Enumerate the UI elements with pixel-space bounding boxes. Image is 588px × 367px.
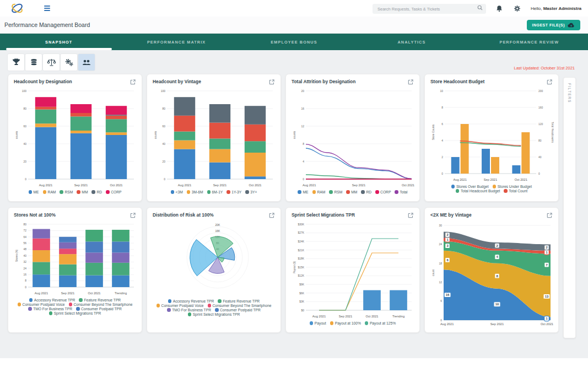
legend-item[interactable]: <3M <box>171 190 183 194</box>
trophy-icon[interactable] <box>8 54 24 71</box>
expand-icon[interactable] <box>268 212 275 219</box>
legend-item[interactable]: CORP <box>375 190 391 194</box>
menu-icon[interactable] <box>44 6 50 11</box>
svg-text:Oct 2021: Oct 2021 <box>541 322 553 326</box>
legend-label: Total <box>400 190 407 194</box>
legend-item[interactable]: Feature Revenue TPR <box>79 298 121 302</box>
legend-item[interactable]: Consumer Postpaid Voice <box>18 303 65 306</box>
legend-item[interactable]: Consumer Postpaid TPR <box>215 308 261 312</box>
chart-legend: <3M3M-6M6M-1Y1Y-3Y3Y+ <box>153 190 275 194</box>
legend-item[interactable]: RAM <box>312 190 326 194</box>
legend-label: ME <box>303 190 308 194</box>
legend-item[interactable]: Consumer Postpaid TPR <box>76 307 122 311</box>
svg-text:16: 16 <box>24 273 27 276</box>
expand-icon[interactable] <box>407 212 414 219</box>
legend-dot <box>79 298 83 302</box>
legend-item[interactable]: ME <box>29 190 39 194</box>
expand-icon[interactable] <box>130 212 136 219</box>
chart-legend: Accessory Revenue TPRFeature Revenue TPR… <box>153 299 275 316</box>
legend-label: 3Y+ <box>250 190 257 194</box>
cloud-upload-icon <box>568 23 575 28</box>
legend-item[interactable]: Stores Over Budget <box>451 185 489 188</box>
legend-dot <box>215 308 219 312</box>
legend-item[interactable]: Total Count <box>504 189 527 193</box>
svg-text:12: 12 <box>301 125 305 128</box>
tab-performance-review[interactable]: PERFORMANCE REVIEW <box>471 34 588 50</box>
chart-card-attrition: Total Attrition by Designation 048121620… <box>285 74 420 202</box>
svg-text:Sep 2021: Sep 2021 <box>61 292 74 295</box>
tab-snapshot[interactable]: SNAPSHOT <box>0 34 117 50</box>
legend-item[interactable]: 1Y-3Y <box>226 190 241 194</box>
svg-text:0: 0 <box>440 319 442 322</box>
legend-item[interactable]: Payout at 100% <box>330 321 361 325</box>
legend-item[interactable]: Sprint Select Migrations TPR <box>188 312 240 316</box>
legend-label: Sprint Select Migrations TPR <box>193 312 240 316</box>
legend-item[interactable]: Consumer Postpaid Voice <box>157 304 204 307</box>
legend-item[interactable]: 3M-6M <box>187 190 203 194</box>
expand-icon[interactable] <box>546 79 553 85</box>
expand-icon[interactable] <box>130 79 136 85</box>
page-title: Performance Management Board <box>4 21 90 28</box>
legend-item[interactable]: Consumer Beyond The Smartphone <box>69 303 133 306</box>
legend-item[interactable]: TMO For Business TPR <box>167 308 211 312</box>
legend-item[interactable]: CORP <box>106 190 121 194</box>
legend-item[interactable]: RAM <box>43 190 56 194</box>
svg-text:10: 10 <box>495 303 499 306</box>
legend-dot <box>298 190 301 194</box>
svg-text:Total Headcounts: Total Headcounts <box>551 122 554 143</box>
scale-icon[interactable] <box>43 54 60 71</box>
legend-item[interactable]: 6M-1Y <box>207 190 223 194</box>
people-icon[interactable] <box>78 54 95 71</box>
filters-side-tab[interactable]: FILTERS <box>563 77 576 338</box>
expand-icon[interactable] <box>407 79 414 85</box>
legend-item[interactable]: Sprint Select Migrations TPR <box>49 311 101 315</box>
legend-item[interactable]: RSM <box>329 190 342 194</box>
legend-item[interactable]: Consumer Beyond The Smartphone <box>208 304 272 307</box>
legend-item[interactable]: Stores Under Budget <box>493 185 532 188</box>
svg-text:Stores (N): Stores (N) <box>15 249 18 262</box>
expand-icon[interactable] <box>268 79 275 85</box>
legend-item[interactable]: RD <box>361 190 371 194</box>
expand-icon[interactable] <box>546 212 553 219</box>
legend-item[interactable]: Total Headcount Budget <box>456 189 500 193</box>
svg-text:8: 8 <box>25 279 26 282</box>
settings-gear-icon[interactable] <box>513 4 522 13</box>
legend-label: Payout at 100% <box>335 321 361 325</box>
gears-icon[interactable] <box>61 54 77 71</box>
legend-label: Consumer Postpaid Voice <box>23 303 65 306</box>
legend-dot <box>312 190 316 194</box>
legend-item[interactable]: Payout <box>310 321 326 325</box>
legend-item[interactable]: RSM <box>60 190 73 194</box>
legend-item[interactable]: ME <box>298 190 308 194</box>
legend-item[interactable]: Payout at 125% <box>365 321 396 325</box>
svg-text:Sep 2021: Sep 2021 <box>213 184 226 187</box>
legend-item[interactable]: Accessory Revenue TPR <box>168 299 214 303</box>
ingest-files-button[interactable]: INGEST FILE(S) <box>527 20 581 30</box>
svg-text:20K: 20K <box>215 223 221 226</box>
legend-item[interactable]: 3Y+ <box>245 190 257 194</box>
legend-dot <box>157 304 160 307</box>
svg-text:0: 0 <box>25 286 26 289</box>
legend-item[interactable]: MM <box>346 190 357 194</box>
tab-employee-bonus[interactable]: EMPLOYEE BONUS <box>235 34 353 50</box>
line-chart: 048121620countsAug 2021Sep 2021Oct 2021 <box>292 87 415 190</box>
coins-icon[interactable] <box>25 54 42 71</box>
legend-item[interactable]: Total <box>395 190 407 194</box>
search-input[interactable] <box>373 4 486 14</box>
chart-card-risk-distribution: Distribution of Risk at 100% 20K16K12K8K… <box>147 207 281 333</box>
tab-performance-matrix[interactable]: PERFORMANCE MATRIX <box>117 34 235 50</box>
notifications-bell-icon[interactable] <box>495 4 504 13</box>
legend-item[interactable]: RD <box>91 190 102 194</box>
legend-item[interactable]: Feature Revenue TPR <box>218 299 260 303</box>
legend-item[interactable]: Accessory Revenue TPR <box>29 298 75 302</box>
chart-title: Total Attrition by Designation <box>292 79 355 84</box>
legend-label: RSM <box>334 190 342 194</box>
view-toolbar <box>8 54 95 71</box>
legend-label: CORP <box>380 190 391 194</box>
search-box <box>373 3 486 14</box>
legend-label: <3M <box>176 190 183 194</box>
tab-analytics[interactable]: ANALYTICS <box>353 34 470 50</box>
legend-item[interactable]: TMO For Business TPR <box>28 307 72 311</box>
svg-text:counts: counts <box>154 131 157 139</box>
legend-item[interactable]: MM <box>77 190 88 194</box>
